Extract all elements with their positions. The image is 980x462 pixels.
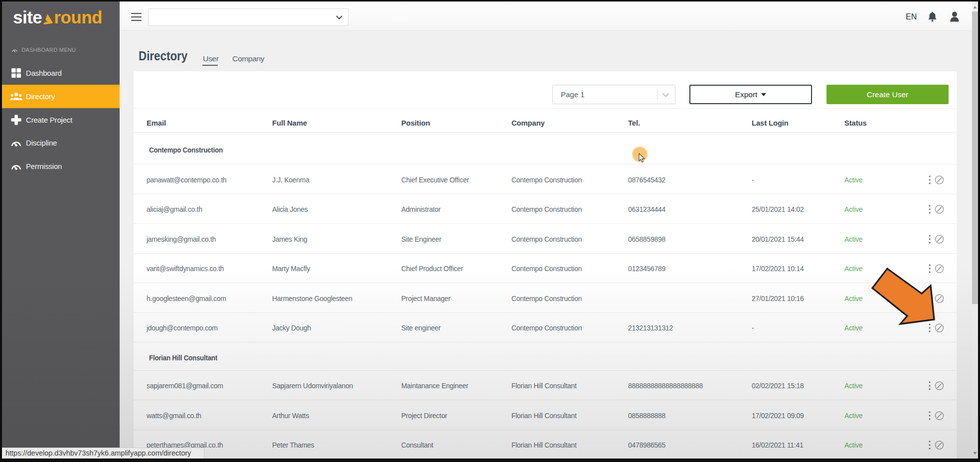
group-name: Florian Hill Consultant xyxy=(149,354,217,362)
cell-tel: 213213131312 xyxy=(628,324,673,332)
scrollbar-thumb[interactable] xyxy=(972,11,978,304)
cell-last-login: - xyxy=(752,324,754,332)
cell-tel: 0876545432 xyxy=(628,176,665,184)
project-select[interactable] xyxy=(148,8,348,26)
sidebar-section-label: DASHBOARD MENU xyxy=(11,47,76,53)
table-row: h.googlesteen@gmail.comHarmenstone Googl… xyxy=(134,283,957,313)
sidebar-item-permission[interactable]: Permission xyxy=(2,154,120,178)
cell-full-name: Sapjarern Udomviriyalanon xyxy=(272,382,353,390)
language-selector[interactable]: EN xyxy=(906,12,917,21)
block-user-icon xyxy=(935,382,943,390)
table-row: sapjarern081@gmail.comSapjarern Udomviri… xyxy=(134,371,957,401)
table-row: aliciaj@gmail.co.thAlicia JonesAdministr… xyxy=(134,194,957,224)
sidebar-nav: DashboardDirectoryCreate ProjectDiscipli… xyxy=(2,62,120,178)
cell-company: Contempo Construction xyxy=(511,295,582,303)
scroll-down-icon[interactable] xyxy=(973,452,977,455)
row-actions[interactable] xyxy=(922,233,946,246)
cell-status: Active xyxy=(844,412,862,420)
sitearound-logo[interactable]: site round xyxy=(13,8,102,26)
row-menu-dots-icon xyxy=(929,441,931,450)
column-header-last-login: Last Login xyxy=(752,109,789,133)
cell-email: varit@swiftdynamics.co.th xyxy=(147,265,224,273)
cell-status: Active xyxy=(844,176,862,184)
cell-company: Florian Hill Consultant xyxy=(511,382,577,390)
sidebar: site round DASHBOARD MENU DashboardDirec… xyxy=(2,1,120,459)
block-user-icon xyxy=(935,205,943,213)
cell-position: Project Director xyxy=(401,412,447,420)
cell-tel: 0631234444 xyxy=(628,205,665,213)
column-header-company: Company xyxy=(511,109,545,133)
row-actions[interactable] xyxy=(922,173,946,186)
logo-text-round: round xyxy=(54,8,102,26)
block-user-icon xyxy=(935,176,943,184)
scroll-up-icon[interactable] xyxy=(973,6,977,8)
block-user-icon xyxy=(935,265,943,273)
table-row: jamesking@gmail.co.thJames KingSite Engi… xyxy=(134,224,957,254)
sidebar-item-discipline[interactable]: Discipline xyxy=(2,132,120,155)
cell-full-name: Arthur Watts xyxy=(272,412,309,420)
row-actions[interactable] xyxy=(922,439,946,452)
cell-position: Site engineer xyxy=(401,324,441,332)
cell-position: Consultant xyxy=(401,441,433,449)
cell-full-name: Marty Macfly xyxy=(272,265,310,273)
cell-last-login: 17/02/2021 09:09 xyxy=(752,412,804,420)
sidebar-item-label: Directory xyxy=(26,92,55,101)
row-actions[interactable] xyxy=(922,321,946,334)
cell-last-login: 16/02/2021 11:41 xyxy=(752,441,804,449)
row-actions[interactable] xyxy=(922,262,946,275)
notifications-bell-icon[interactable] xyxy=(928,11,937,24)
gauge-icon xyxy=(10,160,22,172)
sidebar-item-directory[interactable]: Directory xyxy=(2,85,120,108)
chevron-down-icon xyxy=(662,93,669,98)
row-actions[interactable] xyxy=(922,203,946,216)
row-menu-dots-icon xyxy=(929,205,931,214)
page-select[interactable]: Page 1 xyxy=(552,85,675,104)
cell-tel: 88888888888888888888 xyxy=(628,382,703,390)
cell-last-login: 25/01/2021 14:02 xyxy=(752,205,804,213)
tab-company[interactable]: Company xyxy=(232,54,264,63)
row-actions[interactable] xyxy=(922,409,946,422)
cell-position: Administrator xyxy=(401,205,441,213)
cell-company: Florian Hill Consultant xyxy=(511,441,577,449)
user-account-icon[interactable] xyxy=(950,11,960,24)
sidebar-item-label: Dashboard xyxy=(26,69,62,77)
table-row: jdough@contempo.comJacky DoughSite engin… xyxy=(134,313,957,343)
cell-last-login: 20/01/2021 15:44 xyxy=(752,235,804,243)
group-header-row: Contempo Construction xyxy=(134,133,957,164)
row-actions[interactable] xyxy=(922,292,946,305)
vertical-scrollbar[interactable] xyxy=(972,1,978,459)
hamburger-menu-icon[interactable] xyxy=(131,13,142,21)
sidebar-item-label: Create Project xyxy=(26,116,72,124)
tab-user[interactable]: User xyxy=(203,54,219,63)
create-user-button[interactable]: Create User xyxy=(826,85,949,104)
cell-status: Active xyxy=(844,382,862,390)
cell-full-name: Jacky Dough xyxy=(272,324,311,332)
row-menu-dots-icon xyxy=(929,411,931,420)
row-menu-dots-icon xyxy=(929,235,931,243)
plus-icon xyxy=(10,114,22,126)
cell-full-name: Alicia Jones xyxy=(272,205,308,213)
sidebar-item-create-project[interactable]: Create Project xyxy=(2,108,120,132)
cell-email: h.googlesteen@gmail.com xyxy=(147,295,226,303)
cell-company: Contempo Construction xyxy=(511,205,582,213)
row-menu-dots-icon xyxy=(929,175,931,184)
mini-gauge-icon xyxy=(11,47,18,52)
group-name: Contempo Construction xyxy=(149,146,223,154)
topbar: EN xyxy=(120,1,972,31)
cell-position: Chief Executive Officer xyxy=(401,176,469,184)
export-button[interactable]: Export xyxy=(689,85,812,104)
page-select-divider xyxy=(657,89,657,100)
caret-down-icon xyxy=(761,93,766,96)
cell-tel: 0858888888 xyxy=(628,412,665,420)
sidebar-item-dashboard[interactable]: Dashboard xyxy=(2,62,120,85)
row-actions[interactable] xyxy=(922,379,946,392)
cell-status: Active xyxy=(844,295,862,303)
cell-position: Site Engineer xyxy=(401,235,441,243)
block-user-icon xyxy=(935,412,943,420)
directory-card: Page 1 Export Create User EmailFull Name… xyxy=(134,71,957,459)
logo-triangle-icon xyxy=(43,14,53,24)
row-menu-dots-icon xyxy=(929,382,931,390)
people-icon xyxy=(10,90,22,103)
cell-position: Chief Product Officer xyxy=(401,265,463,273)
cell-last-login: 27/01/2021 10:16 xyxy=(752,295,804,303)
